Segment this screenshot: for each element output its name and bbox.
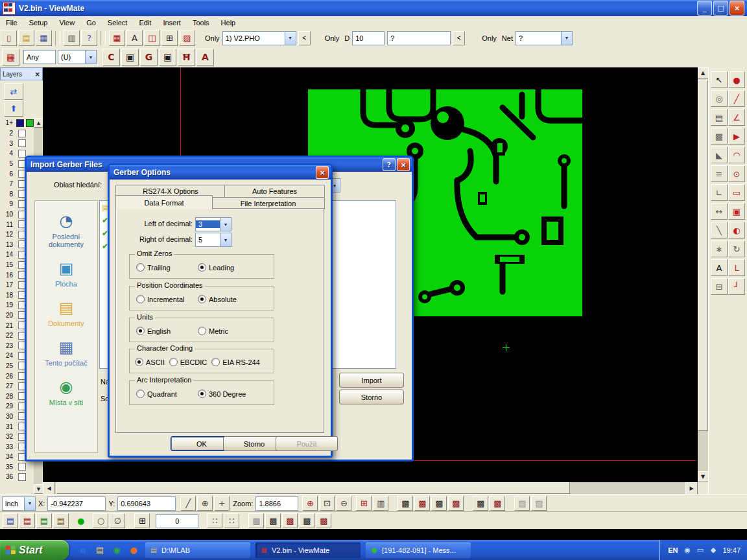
draw-arrow-icon[interactable]: ▶ — [728, 128, 745, 145]
import-button[interactable]: Import — [339, 373, 404, 388]
horizontal-scrollbar[interactable]: ◀ ▶ — [43, 482, 698, 494]
count-field[interactable]: 0 — [156, 514, 198, 528]
chevron-down-icon[interactable]: ▾ — [85, 51, 96, 64]
explorer-icon[interactable]: ▤ — [93, 544, 106, 557]
pcb-grid-icon[interactable]: ▦ — [2, 49, 19, 66]
empty-aperture-icon[interactable]: ∅ — [110, 513, 125, 528]
aperture-pattern-icon-1[interactable]: ▩ — [248, 513, 264, 528]
cursor-icon[interactable]: ↖ — [711, 71, 728, 88]
radio-option[interactable]: 360 Degree — [198, 390, 259, 398]
layer-row[interactable]: 35 — [0, 462, 34, 472]
radio-option[interactable]: Absolute — [198, 295, 259, 303]
letter-g-button[interactable]: G — [140, 49, 158, 66]
aperture-pattern-icon-4[interactable]: ▩ — [299, 513, 314, 528]
start-button[interactable]: Start — [0, 540, 69, 560]
place-desktop[interactable]: ▣ Plocha — [35, 259, 97, 288]
dcode-pattern-icon-2[interactable]: ▣ — [159, 49, 176, 66]
layer-checkbox[interactable] — [18, 473, 26, 481]
aperture-pattern-icon-2[interactable]: ▩ — [265, 513, 281, 528]
radio-option[interactable]: Leading — [198, 263, 259, 272]
only-d-label[interactable]: Only — [325, 34, 340, 42]
draw-polyline-icon[interactable]: ∠ — [728, 109, 745, 126]
h-bar-button[interactable]: Ħ — [178, 49, 195, 66]
grid-toggle-icon[interactable]: ⊞ — [356, 496, 372, 511]
menu-item[interactable]: Setup — [23, 18, 54, 28]
crosshair-icon[interactable]: + — [214, 496, 230, 511]
close-icon[interactable]: × — [35, 71, 40, 78]
vertical-scroll-thumb[interactable] — [698, 80, 708, 431]
transform-icon[interactable]: ↔ — [711, 203, 728, 220]
layer-checkbox[interactable] — [18, 463, 26, 471]
task-mlab[interactable]: ▤ D:\MLAB — [145, 542, 250, 558]
aperture-pattern-icon-3[interactable]: ▩ — [282, 513, 298, 528]
menu-item[interactable]: View — [53, 18, 80, 28]
board-view-icon[interactable]: ⊞ — [161, 30, 178, 46]
rotate-icon[interactable]: ↻ — [728, 240, 745, 257]
task-viewmate[interactable]: ▦ V2.bin - ViewMate — [255, 542, 361, 558]
browser-icon[interactable]: ● — [127, 544, 140, 557]
close-button[interactable]: × — [397, 158, 410, 171]
measure-icon[interactable]: ∟ — [711, 184, 728, 201]
align-icon[interactable]: ≡ — [711, 165, 728, 182]
layer-row[interactable]: 3 — [0, 139, 34, 149]
net-combo[interactable]: ? ▾ — [516, 31, 573, 45]
dcode-filter-icon-5[interactable]: ▩ — [473, 496, 488, 511]
graphic-select-icon[interactable]: ◫ — [144, 30, 160, 46]
zoom-in-icon[interactable]: ⊕ — [302, 496, 318, 511]
layer-color-icon-2[interactable]: ▤ — [19, 513, 35, 528]
maximize-button[interactable]: □ — [713, 1, 728, 16]
snap-grid-icon[interactable]: ⊞ — [134, 513, 150, 528]
chart-icon[interactable]: ▨ — [179, 30, 195, 46]
zoom-out-icon[interactable]: ⊖ — [336, 496, 351, 511]
aperture-pattern-icon-5[interactable]: ▩ — [316, 513, 331, 528]
dcode-filter-icon-8[interactable]: ▨ — [531, 496, 547, 511]
menu-item[interactable]: File — [0, 18, 23, 28]
layer-row-active[interactable]: 1+ — [0, 118, 34, 128]
dot-grid-icon-2[interactable]: ∷ — [224, 513, 239, 528]
menu-item[interactable]: Go — [80, 18, 102, 28]
left-of-decimal-combo[interactable]: 3 ▾ — [195, 217, 231, 231]
draw-line-icon[interactable]: ╱ — [728, 90, 745, 107]
letter-c-button[interactable]: C — [102, 49, 120, 66]
radio-option[interactable]: EBCDIC — [169, 358, 208, 366]
minimize-button[interactable]: _ — [697, 1, 712, 16]
prev-file-button[interactable]: < — [298, 31, 311, 45]
table-view-icon[interactable]: ▥ — [373, 496, 388, 511]
dcode-filter-icon-3[interactable]: ▩ — [431, 496, 447, 511]
place-network[interactable]: ◉ Místa v síti — [35, 377, 97, 406]
draw-arc-icon[interactable]: ◠ — [728, 146, 745, 163]
layer-checkbox[interactable] — [18, 130, 26, 137]
diagonal-measure-icon[interactable]: ╱ — [180, 496, 196, 511]
dot-grid-icon-1[interactable]: ∷ — [207, 513, 222, 528]
tray-network-icon[interactable]: ◉ — [682, 545, 692, 555]
menu-item[interactable]: Insert — [157, 18, 187, 28]
tab-auto-features[interactable]: Auto Features — [224, 185, 325, 197]
chevron-down-icon[interactable]: ▾ — [561, 32, 572, 45]
radio-option[interactable]: Trailing — [136, 263, 198, 272]
ie-icon[interactable]: e — [77, 544, 89, 557]
messenger-icon[interactable]: ◉ — [110, 544, 123, 557]
menu-item[interactable]: Select — [102, 18, 134, 28]
scroll-left-icon[interactable]: ◀ — [43, 482, 55, 495]
radio-option[interactable]: Metric — [198, 327, 259, 335]
close-button[interactable]: × — [316, 166, 329, 179]
draw-oblong-icon[interactable]: ◐ — [728, 222, 745, 239]
right-of-decimal-combo[interactable]: 5 ▾ — [195, 233, 231, 247]
print-icon[interactable]: ▥ — [64, 30, 80, 46]
layer-row[interactable]: 36 — [0, 472, 34, 482]
pad-square-icon[interactable]: ▣ — [728, 203, 745, 220]
scroll-down-icon[interactable]: ▼ — [34, 484, 43, 494]
layer-checkbox[interactable] — [18, 150, 26, 158]
filled-area-icon[interactable]: ▩ — [711, 128, 728, 145]
open-folder-icon[interactable]: ▤ — [18, 30, 34, 46]
radio-option[interactable]: Quadrant — [136, 390, 198, 398]
scroll-up-icon[interactable]: ▲ — [34, 118, 43, 128]
radio-option[interactable]: Incremental — [136, 295, 198, 303]
place-my-computer[interactable]: ▦ Tento počítač — [35, 338, 97, 367]
chevron-down-icon[interactable]: ▾ — [285, 32, 296, 45]
layer-color-swatch[interactable] — [26, 119, 34, 127]
dcode-filter-icon-1[interactable]: ▩ — [397, 496, 413, 511]
dcode-filter-icon-6[interactable]: ▩ — [490, 496, 505, 511]
text-tool-icon[interactable]: A — [711, 259, 728, 276]
dcode-pattern-icon-1[interactable]: ▣ — [121, 49, 139, 66]
